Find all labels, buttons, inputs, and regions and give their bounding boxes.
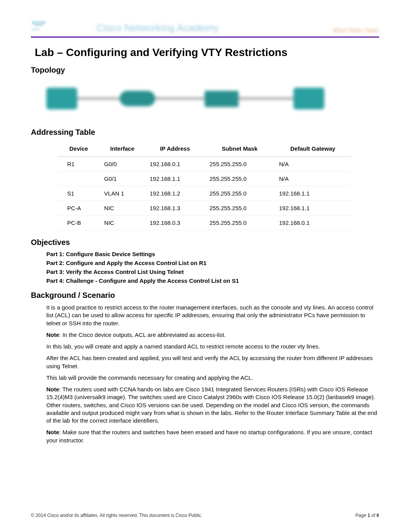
table-row: PC-B NIC 192.168.0.3 255.255.255.0 192.1… <box>58 216 351 230</box>
th-ip: IP Address <box>145 141 205 157</box>
cell: VLAN 1 <box>100 186 145 201</box>
background-para: Note: The routers used with CCNA hands-o… <box>46 386 379 425</box>
cell: G0/1 <box>100 172 145 186</box>
page-title: Lab – Configuring and Verifying VTY Rest… <box>35 46 379 59</box>
note-text: Make sure that the routers and switches … <box>46 429 372 443</box>
cell: PC-A <box>58 201 100 216</box>
background-para: In this lab, you will create and apply a… <box>46 343 379 350</box>
th-interface: Interface <box>100 141 145 157</box>
table-row: R1 G0/0 192.168.0.1 255.255.255.0 N/A <box>58 157 351 172</box>
cell: 192.168.1.3 <box>145 201 205 216</box>
table-row: G0/1 192.168.1.1 255.255.255.0 N/A <box>58 172 351 186</box>
section-topology-heading: Topology <box>31 66 379 75</box>
background-para: Note: Make sure that the routers and swi… <box>46 428 379 444</box>
cell: 255.255.255.0 <box>205 172 274 186</box>
header-academy-text: Cisco Networking Academy <box>97 22 219 34</box>
section-addressing-heading: Addressing Table <box>31 128 379 137</box>
header-tagline: Mind Wide Open <box>333 27 379 34</box>
footer-page-number: Page 1 of 6 <box>356 513 379 518</box>
topology-router-icon <box>120 91 155 106</box>
cell: PC-B <box>58 216 100 230</box>
cell: NIC <box>100 216 145 230</box>
th-device: Device <box>58 141 100 157</box>
note-text: In the Cisco device outputs, ACL are abb… <box>63 331 226 338</box>
cell: 255.255.255.0 <box>205 201 274 216</box>
background-body: It is a good practice to restrict access… <box>46 304 379 444</box>
table-row: S1 VLAN 1 192.168.1.2 255.255.255.0 192.… <box>58 186 351 201</box>
cell: 192.168.1.2 <box>145 186 205 201</box>
cell: 255.255.255.0 <box>205 216 274 230</box>
logo-word: cisco <box>31 27 54 31</box>
table-header-row: Device Interface IP Address Subnet Mask … <box>58 141 351 157</box>
page-header: cisco Cisco Networking Academy Mind Wide… <box>31 15 379 38</box>
cell: S1 <box>58 186 100 201</box>
cell: G0/0 <box>100 157 145 172</box>
table-row: PC-A NIC 192.168.1.3 255.255.255.0 192.1… <box>58 201 351 216</box>
footer-copyright: © 2014 Cisco and/or its affiliates. All … <box>31 513 202 518</box>
cell: NIC <box>100 201 145 216</box>
footer-page-mid: of <box>370 513 377 518</box>
page-footer: © 2014 Cisco and/or its affiliates. All … <box>31 513 379 518</box>
objective-item: Part 3: Verify the Access Control List U… <box>46 269 379 275</box>
note-text: The routers used with CCNA hands-on labs… <box>46 386 377 424</box>
objective-item: Part 4: Challenge - Configure and Apply … <box>46 277 379 284</box>
objective-item: Part 1: Configure Basic Device Settings <box>46 251 379 257</box>
background-para: Note: In the Cisco device outputs, ACL a… <box>46 331 379 339</box>
th-gateway: Default Gateway <box>274 141 351 157</box>
cell: 192.168.0.1 <box>274 216 351 230</box>
cisco-logo: cisco <box>31 21 54 31</box>
footer-page-prefix: Page <box>356 513 368 518</box>
topology-pc-b-icon <box>46 88 77 109</box>
cell: N/A <box>274 172 351 186</box>
objective-item: Part 2: Configure and Apply the Access C… <box>46 260 379 266</box>
background-para: This lab will provide the commands neces… <box>46 374 379 382</box>
cell: N/A <box>274 157 351 172</box>
cell: R1 <box>58 157 100 172</box>
cell: 192.168.0.1 <box>145 157 205 172</box>
cell: 192.168.1.1 <box>274 186 351 201</box>
footer-page-current: 1 <box>368 513 370 518</box>
topology-pc-a-icon <box>293 88 324 109</box>
cell: 192.168.1.1 <box>145 172 205 186</box>
background-para: It is a good practice to restrict access… <box>46 304 379 327</box>
section-background-heading: Background / Scenario <box>31 291 379 300</box>
topology-switch-icon <box>205 91 239 107</box>
cell: 192.168.0.3 <box>145 216 205 230</box>
objectives-list: Part 1: Configure Basic Device Settings … <box>46 251 379 284</box>
cell: 255.255.255.0 <box>205 157 274 172</box>
background-para: After the ACL has been created and appli… <box>46 354 379 370</box>
section-objectives-heading: Objectives <box>31 238 379 247</box>
cell <box>58 172 100 186</box>
addressing-table: Device Interface IP Address Subnet Mask … <box>58 141 351 230</box>
cell: 255.255.255.0 <box>205 186 274 201</box>
topology-diagram <box>46 78 332 121</box>
footer-page-total: 6 <box>376 513 379 518</box>
cell: 192.168.1.1 <box>274 201 351 216</box>
th-mask: Subnet Mask <box>205 141 274 157</box>
